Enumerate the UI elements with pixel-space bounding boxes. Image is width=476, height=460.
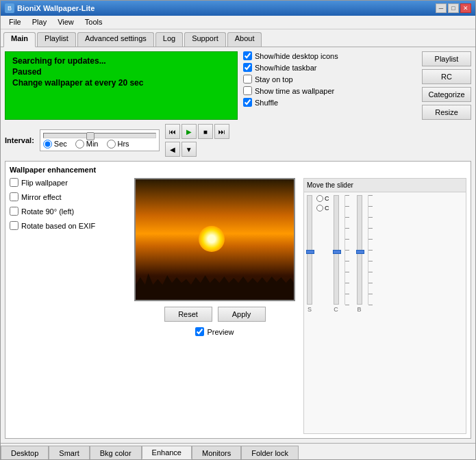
contrast-slider-col: C: [334, 195, 339, 431]
flip-row: Flip wallpaper: [10, 178, 126, 187]
shuffle-checkbox[interactable]: [243, 98, 252, 107]
checkbox-row-shuffle: Shuffle: [243, 98, 416, 107]
sun-element: [199, 226, 225, 252]
bottom-tab-smart[interactable]: Smart: [49, 446, 89, 459]
mirror-label: Mirror effect: [21, 193, 61, 201]
radio-hrs-label: Hrs: [118, 140, 129, 148]
small-radio-1: C: [316, 195, 329, 202]
contrast-label: C: [334, 306, 338, 313]
bottom-tab-desktop[interactable]: Desktop: [1, 446, 49, 459]
show-hide-desktop-label: Show/hide desktop icons: [255, 52, 338, 60]
next-button[interactable]: ⏭: [214, 124, 229, 139]
interval-row: Interval: Sec Min Hrs: [5, 124, 471, 157]
status-line3: Change wallpaper at every 20 sec: [12, 78, 230, 88]
brightness-slider-track[interactable]: [357, 195, 362, 305]
tab-advanced[interactable]: Advanced settings: [77, 32, 154, 47]
brightness-slider-thumb[interactable]: [356, 250, 364, 254]
horizon-trees: [136, 262, 294, 300]
saturation-slider-track[interactable]: [307, 195, 312, 305]
bottom-tabs: Desktop Smart Bkg color Enhance Monitors…: [1, 443, 475, 459]
reset-button[interactable]: Reset: [164, 307, 212, 322]
interval-box: Sec Min Hrs: [40, 129, 160, 151]
enhance-checkboxes: Flip wallpaper Mirror effect Rotate 90° …: [10, 178, 126, 230]
show-time-checkbox[interactable]: [243, 86, 252, 95]
minimize-button[interactable]: ─: [436, 3, 447, 13]
stay-on-top-checkbox[interactable]: [243, 75, 252, 84]
back-button[interactable]: ◀: [165, 142, 180, 157]
stop-button[interactable]: ■: [198, 124, 213, 139]
shuffle-label: Shuffle: [255, 99, 278, 107]
tab-about[interactable]: About: [227, 32, 262, 47]
show-hide-desktop-checkbox[interactable]: [243, 51, 252, 60]
categorize-button[interactable]: Categorize: [422, 87, 471, 102]
tab-log[interactable]: Log: [155, 32, 183, 47]
checkbox-row-taskbar: Show/hide taskbar: [243, 63, 416, 72]
exif-checkbox[interactable]: [10, 221, 18, 230]
menu-play[interactable]: Play: [27, 17, 52, 27]
preview-row: Preview: [195, 327, 234, 336]
ruler-2: [368, 195, 376, 305]
rotate90-label: Rotate 90° (left): [21, 207, 74, 216]
radio-hrs-input[interactable]: [107, 140, 116, 149]
menu-tools[interactable]: Tools: [79, 17, 108, 27]
center-enhance: Reset Apply Preview: [134, 178, 295, 434]
apply-button[interactable]: Apply: [218, 307, 266, 322]
checkbox-row-desktop: Show/hide desktop icons: [243, 51, 416, 60]
radio-hrs: Hrs: [107, 140, 129, 149]
interval-slider-track[interactable]: [43, 133, 156, 138]
slider-panel-header: Move the slider: [304, 179, 466, 192]
transport-row-2: ◀ ▼: [165, 142, 229, 157]
ruler: [345, 195, 353, 305]
interval-radio-group: Sec Min Hrs: [43, 140, 156, 149]
maximize-button[interactable]: □: [448, 3, 459, 13]
flip-label: Flip wallpaper: [21, 179, 68, 187]
side-buttons-panel: Playlist RC Categorize Resize: [422, 51, 471, 120]
contrast-slider-track[interactable]: [334, 195, 339, 305]
tab-playlist[interactable]: Playlist: [37, 32, 76, 47]
saturation-slider-thumb[interactable]: [306, 250, 314, 254]
down-button[interactable]: ▼: [181, 142, 197, 157]
radio-pair-left: C C: [316, 195, 329, 431]
saturation-label: S: [308, 306, 312, 313]
radio-sec-input[interactable]: [43, 140, 52, 149]
enhancement-body: Flip wallpaper Mirror effect Rotate 90° …: [10, 178, 466, 434]
play-button[interactable]: ▶: [181, 124, 197, 139]
menu-view[interactable]: View: [52, 17, 79, 27]
title-bar: B BioniX Wallpaper-Lite ─ □ ✕: [1, 1, 475, 16]
brightness-slider-col: B: [357, 195, 362, 431]
mirror-row: Mirror effect: [10, 192, 126, 201]
radio-left-2-label: C: [325, 205, 329, 212]
contrast-slider-thumb[interactable]: [333, 250, 341, 254]
interval-slider-thumb[interactable]: [86, 132, 95, 140]
saturation-slider-col: S: [307, 195, 312, 431]
resize-button[interactable]: Resize: [422, 105, 471, 120]
main-content: Searching for updates... Paused Change w…: [1, 47, 475, 443]
title-bar-left: B BioniX Wallpaper-Lite: [5, 3, 95, 13]
playlist-button[interactable]: Playlist: [422, 51, 471, 66]
radio-min-input[interactable]: [75, 140, 84, 149]
exif-row: Rotate based on EXIF: [10, 221, 126, 230]
preview-checkbox[interactable]: [195, 327, 204, 336]
status-line1: Searching for updates...: [12, 56, 230, 66]
show-hide-taskbar-checkbox[interactable]: [243, 63, 252, 72]
bottom-tab-enhance[interactable]: Enhance: [142, 446, 192, 459]
bottom-tab-bkg-color[interactable]: Bkg color: [90, 446, 142, 459]
bottom-tab-folder-lock[interactable]: Folder lock: [241, 446, 299, 459]
rotate90-checkbox[interactable]: [10, 207, 18, 216]
tab-main[interactable]: Main: [3, 32, 36, 47]
rc-button[interactable]: RC: [422, 69, 471, 84]
close-button[interactable]: ✕: [460, 3, 471, 13]
flip-checkbox[interactable]: [10, 178, 18, 187]
app-icon: B: [5, 3, 14, 13]
radio-left-1[interactable]: [316, 195, 323, 202]
interval-label: Interval:: [5, 136, 34, 144]
prev-button[interactable]: ⏮: [165, 124, 180, 139]
bottom-tab-monitors[interactable]: Monitors: [192, 446, 241, 459]
menu-file[interactable]: File: [3, 17, 27, 27]
mirror-checkbox[interactable]: [10, 192, 18, 201]
stay-on-top-label: Stay on top: [255, 75, 293, 84]
right-controls: Show/hide desktop icons Show/hide taskba…: [243, 51, 471, 120]
radio-left-2[interactable]: [316, 205, 323, 212]
tab-support[interactable]: Support: [184, 32, 226, 47]
sliders-container: S C C: [304, 192, 466, 433]
